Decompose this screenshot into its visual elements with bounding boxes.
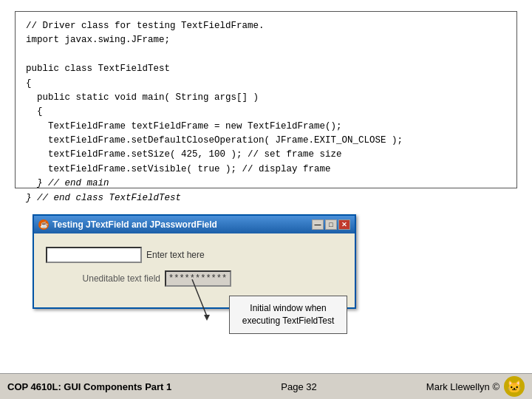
code-line-13: } // end class TextFieldTest — [26, 191, 506, 205]
code-line-6: public static void main( String args[] ) — [26, 91, 506, 105]
code-line-4: public class TextFieldTest — [26, 62, 506, 76]
password-row: Uneditable text field — [46, 270, 343, 287]
code-line-8: TextFieldFrame textFieldFrame = new Text… — [26, 120, 506, 134]
maximize-button[interactable]: □ — [325, 219, 337, 230]
code-line-7: { — [26, 105, 506, 119]
code-line-11: textFieldFrame.setVisible( true ); // di… — [26, 163, 506, 177]
text-field-row: Enter text here — [46, 247, 343, 263]
code-line-12: } // end main — [26, 177, 506, 191]
code-line-9: textFieldFrame.setDefaultCloseOperation(… — [26, 134, 506, 148]
minimize-button[interactable]: — — [312, 219, 324, 230]
author-label: Mark Llewellyn © — [426, 381, 499, 392]
title-left: ☕ Testing JTextField and JPasswordField — [38, 219, 217, 230]
window-titlebar: ☕ Testing JTextField and JPasswordField … — [34, 216, 355, 233]
window-app-icon: ☕ — [38, 219, 49, 230]
password-field[interactable] — [165, 270, 231, 287]
code-line-3 — [26, 48, 506, 62]
code-line-5: { — [26, 77, 506, 91]
page-number: Page 32 — [281, 381, 316, 392]
logo-icon: 🐱 — [504, 376, 525, 397]
code-line-1: // Driver class for testing TextFieldFra… — [26, 19, 506, 33]
uneditable-label: Uneditable text field — [46, 273, 160, 284]
callout-box: Initial window when executing TextFieldT… — [229, 296, 347, 334]
simulated-window: ☕ Testing JTextField and JPasswordField … — [33, 214, 356, 309]
hint-label: Enter text here — [146, 250, 205, 260]
bottom-left-label: COP 4610L: GUI Components Part 1 — [7, 381, 171, 392]
code-line-10: textFieldFrame.setSize( 425, 100 ); // s… — [26, 148, 506, 162]
callout-text: Initial window when executing TextFieldT… — [242, 303, 335, 326]
main-content: // Driver class for testing TextFieldFra… — [0, 0, 532, 373]
code-block: // Driver class for testing TextFieldFra… — [15, 11, 517, 188]
bottom-bar: COP 4610L: GUI Components Part 1 Page 32… — [0, 373, 532, 399]
close-button[interactable]: ✕ — [338, 219, 350, 230]
window-title-text: Testing JTextField and JPasswordField — [52, 219, 217, 230]
callout: Initial window when executing TextFieldT… — [229, 296, 347, 334]
svg-marker-1 — [204, 315, 210, 321]
text-input[interactable] — [46, 247, 142, 263]
window-controls: — □ ✕ — [312, 219, 350, 230]
bottom-right: Mark Llewellyn © 🐱 — [426, 376, 525, 397]
code-line-2: import javax.swing.JFrame; — [26, 33, 506, 47]
